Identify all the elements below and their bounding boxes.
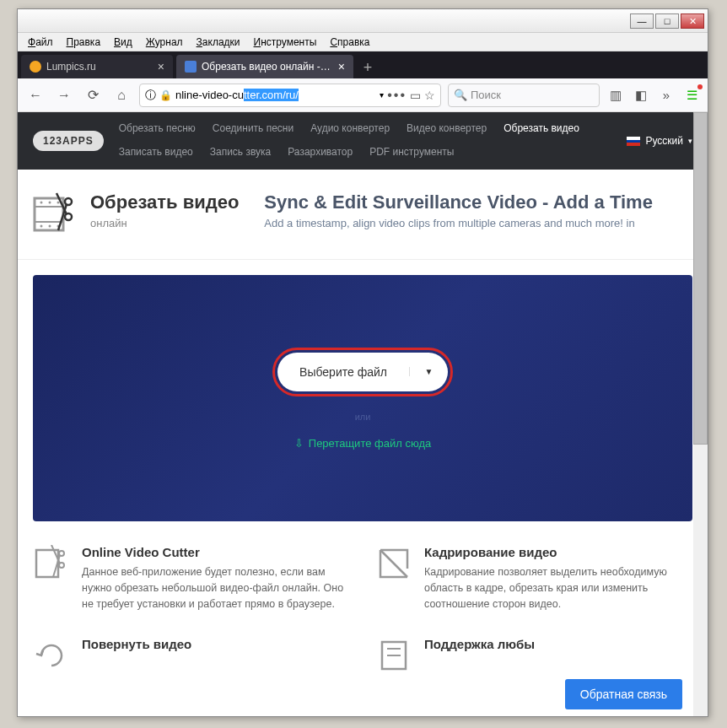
svg-point-4 [49,202,51,204]
close-tab-icon[interactable]: × [158,60,164,73]
feature-item: Повернуть видео [33,637,350,674]
reload-button[interactable]: ⟳ [82,84,104,106]
menu-item[interactable]: Справка [325,35,374,50]
minimize-button[interactable]: — [630,13,654,29]
nav-link[interactable]: Видео конвертер [407,120,487,138]
close-tab-icon[interactable]: × [338,60,345,73]
search-icon: 🔍 [454,89,467,101]
menu-item[interactable]: Правка [62,35,106,50]
menu-item[interactable]: Закладки [191,35,245,50]
menu-bar: ФайлПравкаВидЖурналЗакладкиИнструментыСп… [18,33,708,51]
page-title: Обрезать видео [90,191,239,213]
close-button[interactable]: ✕ [681,13,704,29]
feature-text: Данное веб-приложение будет полезно, есл… [82,564,350,612]
menu-item[interactable]: Журнал [141,35,188,50]
feature-title: Поддержка любы [424,637,535,651]
url-text: nline-video-cutter.com/ru/ [175,89,376,101]
svg-point-6 [40,225,43,228]
brand-badge[interactable]: 123APPS [33,131,104,151]
choose-file-label: Выберите файл [277,365,409,379]
feature-item: Кадрирование видеоКадрирование позволяет… [375,545,692,612]
site-topnav: 123APPS Обрезать песнюСоединить песниАуд… [18,112,708,170]
forward-button[interactable]: → [53,84,75,106]
browser-tab[interactable]: Lumpics.ru× [21,55,173,78]
nav-link[interactable]: Соединить песни [213,120,293,138]
svg-point-5 [57,202,60,204]
page-subtitle: онлайн [90,217,127,229]
menu-item[interactable]: Инструменты [249,35,322,50]
svg-point-3 [40,202,43,204]
browser-window: — □ ✕ ФайлПравкаВидЖурналЗакладкиИнструм… [17,8,708,717]
page-actions-icon[interactable]: ••• [387,88,407,103]
address-bar[interactable]: ⓘ 🔒 nline-video-cutter.com/ru/ ▾ ••• ▭ ☆ [139,84,441,107]
feature-item: Online Video CutterДанное веб-приложение… [33,545,350,612]
maximize-button[interactable]: □ [655,13,679,29]
choose-file-button[interactable]: Выберите файл ▼ [277,353,448,391]
feature-item: Поддержка любы [375,637,692,674]
feature-title: Кадрирование видео [424,545,692,559]
page-title-block: Обрезать видео онлайн [90,191,239,230]
feature-icon [375,637,412,674]
svg-line-18 [380,550,407,577]
ad-title: Sync & Edit Surveillance Video - Add a T… [264,191,692,213]
drop-label: Перетащите файл сюда [309,437,431,450]
home-button[interactable]: ⌂ [110,84,132,106]
nav-link[interactable]: Аудио конвертер [310,120,390,138]
scrollbar[interactable] [693,112,708,716]
search-bar[interactable]: 🔍 Поиск [448,84,600,107]
browser-tab[interactable]: Обрезать видео онлайн - обр× [176,55,353,78]
nav-link[interactable]: Записать видео [119,143,193,162]
chevron-down-icon[interactable]: ▾ [380,90,384,100]
nav-link[interactable]: Разархиватор [288,143,353,162]
tab-label: Обрезать видео онлайн - обр [202,61,333,73]
nav-toolbar: ← → ⟳ ⌂ ⓘ 🔒 nline-video-cutter.com/ru/ ▾… [18,78,708,112]
language-selector[interactable]: Русский ▾ [627,135,692,147]
flag-icon [627,137,640,146]
nav-link[interactable]: Обрезать видео [504,120,579,138]
page-logo: Обрезать видео онлайн [33,191,239,237]
extensions-icon[interactable]: » [657,86,676,105]
page-content: 123APPS Обрезать песнюСоединить песниАуд… [18,112,708,716]
feature-text: Кадрирование позволяет выделить необходи… [424,564,692,612]
scrollbar-thumb[interactable] [693,112,708,445]
lock-icon: 🔒 [159,89,172,101]
sidebar-icon[interactable]: ◧ [632,86,650,105]
upload-hero: Выберите файл ▼ или ⇩ Перетащите файл сю… [33,275,692,521]
info-icon[interactable]: ⓘ [145,88,156,103]
new-tab-button[interactable]: + [357,57,379,78]
tab-label: Lumpics.ru [46,61,153,73]
feature-icon [33,545,70,582]
page-header: Обрезать видео онлайн Sync & Edit Survei… [18,170,708,260]
nav-link[interactable]: Запись звука [210,143,272,162]
nav-link[interactable]: PDF инструменты [369,143,454,162]
window-titlebar: — □ ✕ [18,9,708,33]
search-placeholder: Поиск [471,89,501,101]
library-icon[interactable]: ▥ [606,86,625,105]
ad-text: Add a timestamp, align video clips from … [264,217,692,229]
features-grid: Online Video CutterДанное веб-приложение… [18,537,708,682]
favicon-icon [185,61,197,73]
film-cut-icon [33,191,78,237]
favicon-icon [30,61,41,73]
bookmark-star-icon[interactable]: ☆ [424,89,435,102]
feature-title: Повернуть видео [82,637,191,651]
file-dropdown-icon[interactable]: ▼ [409,367,448,376]
language-label: Русский [645,135,683,147]
nav-link[interactable]: Обрезать песню [119,120,196,138]
tab-strip: Lumpics.ru×Обрезать видео онлайн - обр× … [18,51,708,78]
file-button-highlight: Выберите файл ▼ [272,348,453,396]
feedback-button[interactable]: Обратная связь [565,679,682,709]
nav-links: Обрезать песнюСоединить песниАудио конве… [119,120,612,161]
drop-zone-hint[interactable]: ⇩ Перетащите файл сюда [294,437,431,450]
menu-item[interactable]: Файл [23,35,58,50]
reader-icon[interactable]: ▭ [410,89,421,102]
svg-point-7 [49,225,51,228]
back-button[interactable]: ← [24,84,46,106]
menu-item[interactable]: Вид [109,35,137,50]
ad-banner[interactable]: Sync & Edit Surveillance Video - Add a T… [264,191,692,237]
menu-icon[interactable]: ☰ [682,86,701,105]
feature-icon [33,637,70,674]
feature-icon [375,545,412,582]
feature-title: Online Video Cutter [82,545,350,559]
download-icon: ⇩ [294,437,304,450]
